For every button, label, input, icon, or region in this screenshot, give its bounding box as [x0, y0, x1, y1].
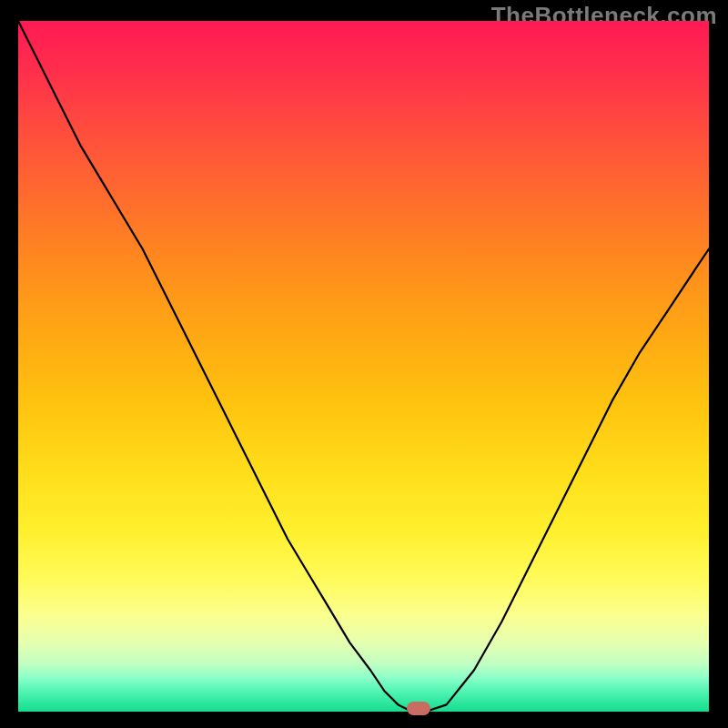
- min-marker: [407, 702, 430, 715]
- chart-frame: TheBottleneck.com: [0, 0, 728, 728]
- bottleneck-curve: [18, 21, 709, 712]
- curve-path: [18, 21, 709, 712]
- plot-area: [18, 21, 709, 712]
